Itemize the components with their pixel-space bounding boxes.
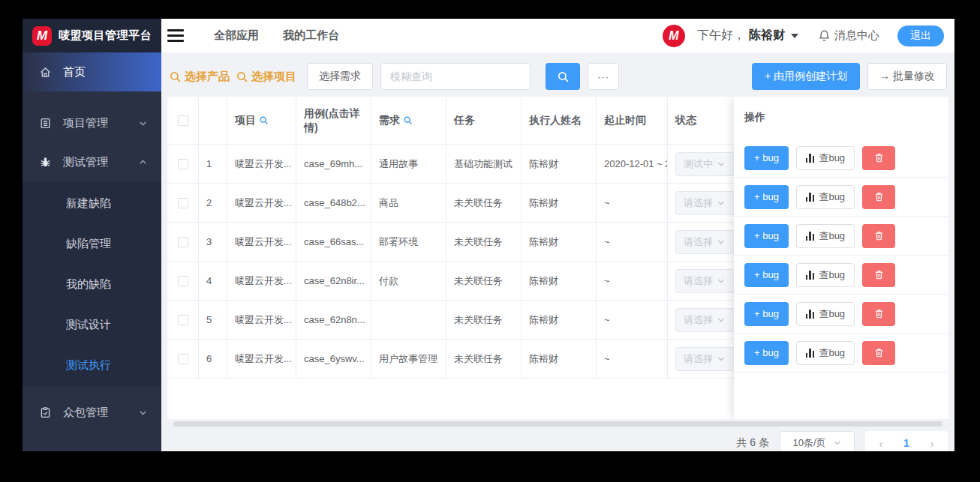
bar-chart-icon [806, 310, 815, 319]
test-execution-table: 项目 用例(点击详情) 需求 任务 执行人姓名 起止时间 状态 1 唛盟云开发.… [167, 97, 948, 419]
sidebar-item-crowdsourcing[interactable]: 众包管理 [23, 396, 161, 429]
avatar[interactable]: M [663, 25, 685, 47]
project-header-label: 项目 [235, 114, 256, 127]
status-select[interactable]: 请选择 [675, 308, 735, 332]
status-select[interactable]: 请选择 [675, 191, 735, 215]
current-page[interactable]: 1 [894, 437, 919, 449]
top-tabs: 全部应用 我的工作台 [214, 28, 339, 43]
sidebar-item-label: 首页 [63, 65, 86, 79]
cell-project: 唛盟云开发... [227, 340, 296, 378]
status-select[interactable]: 测试中 [675, 152, 735, 176]
create-plan-button[interactable]: + 由用例创建计划 [752, 63, 860, 90]
page-size-select[interactable]: 10条/页 [780, 431, 855, 451]
view-bug-button[interactable]: 查bug [796, 224, 855, 248]
cell-requirement: 用户故事管理 [371, 340, 446, 378]
case-header: 用例(点击详情) [296, 97, 371, 144]
view-bug-label: 查bug [819, 346, 845, 360]
view-bug-button[interactable]: 查bug [796, 263, 855, 287]
status-select[interactable]: 请选择 [675, 230, 735, 254]
tab-my-workbench[interactable]: 我的工作台 [283, 28, 339, 43]
select-product-link[interactable]: 选择产品 [169, 70, 230, 84]
cell-time: ~ [597, 184, 668, 222]
row-checkbox[interactable] [178, 237, 188, 247]
pager: ‹ 1 › [865, 431, 948, 451]
view-bug-button[interactable]: 查bug [796, 341, 855, 365]
delete-button[interactable] [862, 224, 895, 248]
cell-case-link[interactable]: case_648b2... [296, 184, 371, 222]
delete-button[interactable] [862, 302, 895, 326]
sidebar-item-test-mgmt[interactable]: 测试管理 [23, 145, 161, 178]
select-all-checkbox[interactable] [178, 115, 188, 126]
add-bug-button[interactable]: + bug [744, 341, 789, 365]
sidebar-item-defect-mgmt[interactable]: 缺陷管理 [23, 223, 161, 264]
batch-edit-button[interactable]: → 批量修改 [867, 63, 947, 90]
status-select[interactable]: 请选择 [675, 269, 735, 293]
delete-button[interactable] [862, 263, 895, 287]
menu-toggle-icon[interactable] [167, 29, 184, 42]
next-page-button[interactable]: › [919, 437, 945, 450]
chevron-down-icon [833, 439, 842, 448]
view-bug-button[interactable]: 查bug [796, 185, 855, 209]
more-button[interactable]: ··· [588, 63, 619, 90]
cell-case-link[interactable]: case_62n8n... [296, 301, 371, 339]
cell-case-link[interactable]: case_66sas... [296, 223, 371, 261]
sidebar-item-new-defect[interactable]: 新建缺陷 [23, 183, 161, 223]
delete-button[interactable] [862, 185, 895, 209]
sidebar-item-home[interactable]: 首页 [23, 52, 161, 91]
cell-status: 测试中 [668, 145, 738, 183]
select-project-link[interactable]: 选择项目 [236, 70, 296, 84]
cell-requirement: 商品 [371, 184, 446, 222]
actions-row: + bug 查bug [734, 139, 948, 178]
row-checkbox[interactable] [178, 276, 188, 286]
status-select[interactable]: 请选择 [675, 347, 735, 371]
header: M 唛盟项目管理平台 全部应用 我的工作台 M 下午好，陈裕财 消息中心 退出 [23, 19, 954, 52]
trash-icon [873, 152, 885, 163]
delete-button[interactable] [862, 146, 895, 170]
cell-case-link[interactable]: case_62n8ir... [296, 262, 371, 300]
view-bug-button[interactable]: 查bug [796, 146, 855, 170]
add-bug-button[interactable]: + bug [744, 146, 789, 170]
row-checkbox[interactable] [178, 159, 188, 169]
tab-all-apps[interactable]: 全部应用 [214, 28, 259, 43]
add-bug-button[interactable]: + bug [744, 263, 789, 287]
sidebar-item-test-design[interactable]: 测试设计 [23, 304, 161, 345]
cell-case-link[interactable]: case_69mh... [296, 145, 371, 183]
status-select-value: 请选择 [684, 274, 717, 288]
user-menu[interactable]: 下午好，陈裕财 [697, 28, 798, 43]
add-bug-button[interactable]: + bug [744, 224, 789, 248]
actions-row: + bug 查bug [734, 256, 948, 295]
select-requirement-button[interactable]: 选择需求 [307, 63, 373, 90]
row-checkbox[interactable] [178, 354, 188, 364]
row-checkbox[interactable] [178, 315, 188, 325]
cell-project: 唛盟云开发... [227, 262, 296, 300]
row-checkbox[interactable] [178, 198, 188, 208]
view-bug-button[interactable]: 查bug [796, 302, 855, 326]
search-icon[interactable] [403, 115, 413, 125]
cell-task: 基础功能测试 [446, 145, 522, 183]
sidebar: 首页 项目管理 测试管理 新建缺陷 缺陷管理 我的缺陷 测试设计 测试执行 众包… [23, 52, 161, 451]
logout-button[interactable]: 退出 [897, 25, 944, 46]
document-icon [39, 117, 52, 130]
trash-icon [873, 230, 885, 241]
brand-block: M 唛盟项目管理平台 [23, 19, 161, 52]
message-center-link[interactable]: 消息中心 [818, 28, 879, 43]
cell-case-link[interactable]: case_6yswv... [296, 340, 371, 378]
horizontal-scrollbar[interactable] [173, 421, 942, 427]
cell-executor: 陈裕财 [522, 301, 597, 339]
delete-button[interactable] [862, 341, 895, 365]
add-bug-button[interactable]: + bug [744, 185, 789, 209]
trash-icon [873, 191, 885, 202]
sidebar-item-project-mgmt[interactable]: 项目管理 [23, 106, 161, 139]
sidebar-item-test-execution[interactable]: 测试执行 [23, 345, 161, 385]
prev-page-button[interactable]: ‹ [868, 437, 894, 450]
sidebar-item-my-defects[interactable]: 我的缺陷 [23, 264, 161, 304]
checkbox-cell [167, 340, 199, 378]
cell-index: 3 [199, 223, 227, 261]
pagination: 共 6 条 10条/页 ‹ 1 › [161, 432, 954, 451]
bar-chart-icon [806, 193, 815, 202]
add-bug-button[interactable]: + bug [744, 302, 789, 326]
search-button[interactable] [546, 63, 580, 90]
search-input[interactable] [380, 63, 531, 90]
search-icon[interactable] [259, 115, 269, 125]
sidebar-item-partial[interactable] [23, 445, 161, 451]
